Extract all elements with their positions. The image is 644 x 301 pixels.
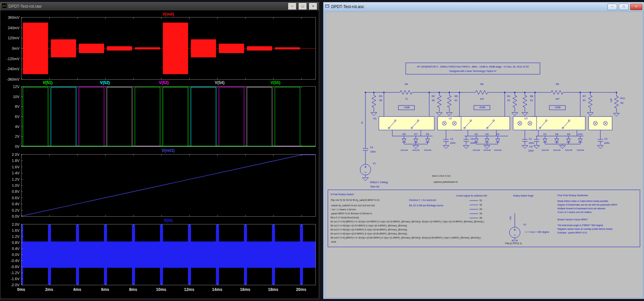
ground-symbol[interactable] xyxy=(597,145,603,148)
schematic-text[interactable]: 100n xyxy=(604,142,610,144)
schematic-text[interactable]: R2 xyxy=(432,95,435,98)
schematic-text[interactable]: V2 xyxy=(523,223,526,226)
trace-title[interactable]: V(53) xyxy=(159,80,168,85)
schematic-text[interactable]: BA a 0 V=V(rot)-floor(V(rot)) xyxy=(331,216,359,219)
resistor-symbol[interactable] xyxy=(549,90,566,94)
schematic-text[interactable]: Break Fraction Factor BRKF xyxy=(557,218,588,221)
schematic-text[interactable]: Example: .param BRKF=0.01 xyxy=(557,231,587,234)
schematic-text[interactable]: R7 xyxy=(583,95,586,98)
trace-title[interactable]: V(55) xyxy=(270,80,280,85)
schematic-text[interactable]: 100n xyxy=(370,150,376,153)
schematic-text[interactable]: R8 xyxy=(530,95,533,98)
waveform-pane-1[interactable] xyxy=(21,17,316,80)
schematic-text[interactable]: 81 xyxy=(507,99,510,102)
schematic-text[interactable]: .options plotwinsize=0 xyxy=(433,181,458,183)
schematic-text[interactable]: D6 xyxy=(555,133,558,136)
schematic-text[interactable]: 53 xyxy=(480,208,482,210)
schematic-text[interactable]: 1 = 1 turn = 360 degree xyxy=(525,231,549,233)
trace-title[interactable]: V(rot1) xyxy=(162,148,175,153)
schematic-text[interactable]: 1N4148 xyxy=(565,149,572,152)
schematic-text[interactable]: C4 xyxy=(370,146,373,149)
ground-symbol[interactable] xyxy=(484,145,490,148)
resistor-symbol[interactable] xyxy=(437,93,441,110)
schematic-text[interactable]: R3 xyxy=(379,95,382,98)
waveform-pane-2[interactable] xyxy=(21,86,316,147)
schematic-text[interactable]: 100n xyxy=(529,142,534,144)
schematic-text[interactable]: V1 xyxy=(373,162,376,165)
waveform-plot-area[interactable]: 360mV240mV120mV0mV-120mV-240mV-360mVV(ou… xyxy=(0,10,319,299)
schematic-text[interactable]: 247 xyxy=(480,98,484,100)
schematic-text[interactable]: 5 Pole Rotary Switch xyxy=(331,193,354,196)
diode-symbol[interactable] xyxy=(414,139,418,142)
schematic-titlebar[interactable]: DPDT-Test-rot.asc − □ × xyxy=(324,2,644,11)
schematic-text[interactable]: C1 xyxy=(450,138,453,140)
schematic-text[interactable]: R6 xyxy=(480,83,484,86)
maximize-button[interactable]: □ xyxy=(619,4,629,10)
schematic-text[interactable]: -10dB xyxy=(403,106,410,109)
schematic-text[interactable]: R10 xyxy=(620,97,625,100)
schematic-text[interactable]: 71 xyxy=(405,98,408,100)
schematic-text[interactable]: D5 xyxy=(402,133,406,136)
close-button[interactable]: × xyxy=(309,3,317,10)
schematic-text[interactable]: U1 xyxy=(373,117,377,120)
trace-title[interactable]: V(51) xyxy=(43,80,52,85)
schematic-text[interactable]: out xyxy=(610,99,612,102)
waveform-svg-4[interactable] xyxy=(21,224,315,285)
schematic-text[interactable]: 1N4148 xyxy=(494,149,501,152)
waveform-svg-2[interactable] xyxy=(21,87,315,146)
schematic-text[interactable]: .ends xyxy=(331,241,336,243)
schematic-text[interactable]: D4 xyxy=(496,133,499,136)
diode-symbol[interactable] xyxy=(402,139,406,142)
ground-symbol[interactable] xyxy=(522,113,528,116)
ground-symbol[interactable] xyxy=(613,113,620,116)
schematic-text[interactable]: R5 xyxy=(454,95,458,98)
ground-symbol[interactable] xyxy=(362,178,368,181)
schematic-text[interactable]: X5p rot1 51 52 53 54 55 rty_switch5 BRKF… xyxy=(331,199,380,201)
schematic-text[interactable]: 100n xyxy=(450,142,456,144)
resistor-symbol[interactable] xyxy=(447,93,451,110)
resistor-symbol[interactable] xyxy=(523,93,527,110)
schematic-text[interactable]: D2 xyxy=(475,133,478,136)
schematic-text[interactable]: Directive X = Do subcircuit xyxy=(409,199,436,201)
maximize-button[interactable]: □ xyxy=(299,3,307,10)
diode-symbol[interactable] xyxy=(426,139,430,142)
schematic-text[interactable]: R1 xyxy=(507,95,510,98)
schematic-text[interactable]: Degree of break/make can be set with the… xyxy=(557,204,618,206)
schematic-text[interactable]: B2 so2 0 V=if(V(a)>={0.20+BRKF} & V(a)<=… xyxy=(331,224,407,227)
resistor-symbol[interactable] xyxy=(474,90,490,94)
schematic-text[interactable]: Break before make or make before break p… xyxy=(557,200,609,202)
schematic-text[interactable]: * rot = 1 means 1 full turn xyxy=(331,208,356,211)
schematic-text[interactable]: 50 xyxy=(621,102,623,104)
schematic-text[interactable]: -20dB xyxy=(479,106,485,109)
ground-symbol[interactable] xyxy=(522,145,528,148)
schematic-text[interactable]: C5 xyxy=(470,138,474,140)
voltage-source-symbol[interactable] xyxy=(509,227,520,238)
schematic-text[interactable]: 1N4148 xyxy=(424,149,431,152)
schematic-text[interactable]: 81 xyxy=(583,99,586,102)
resistor-symbol[interactable] xyxy=(588,93,592,110)
schematic-text[interactable]: .param BRKF=0.01 BVmax=12 BVmin=0 xyxy=(331,212,372,215)
schematic-text[interactable]: 96 xyxy=(432,99,435,102)
schematic-text[interactable]: D10 xyxy=(578,133,583,136)
schematic-text[interactable]: R4 xyxy=(405,83,408,86)
waveform-svg-1[interactable] xyxy=(21,17,315,79)
schematic-text[interactable]: R9 xyxy=(556,83,559,86)
schematic-text[interactable]: PWL(0 0 0.02 2) xyxy=(505,242,522,245)
ground-symbol[interactable] xyxy=(587,113,593,116)
schematic-text[interactable]: C3 xyxy=(604,138,607,140)
schematic-text[interactable]: 96 xyxy=(379,99,382,102)
diode-symbol[interactable] xyxy=(485,139,489,142)
trace-title[interactable]: V(52) xyxy=(100,80,110,85)
trace-title[interactable]: V(out) xyxy=(162,12,174,16)
schematic-text[interactable]: D3 xyxy=(485,133,489,136)
schematic-text[interactable]: 100n xyxy=(528,149,534,152)
schematic-text[interactable]: 1N4148 xyxy=(577,149,584,152)
waveform-titlebar[interactable]: DPDT-Test-rot.raw − □ × xyxy=(0,2,319,11)
diode-symbol[interactable] xyxy=(496,139,500,142)
switch-box[interactable] xyxy=(530,117,585,130)
trace-title[interactable]: V(54) xyxy=(215,80,225,85)
trace-title[interactable]: V(in) xyxy=(164,218,173,223)
schematic-text[interactable]: 1N4148 xyxy=(473,149,480,152)
schematic-text[interactable]: D8 xyxy=(567,133,570,136)
diode-symbol[interactable] xyxy=(543,139,547,142)
